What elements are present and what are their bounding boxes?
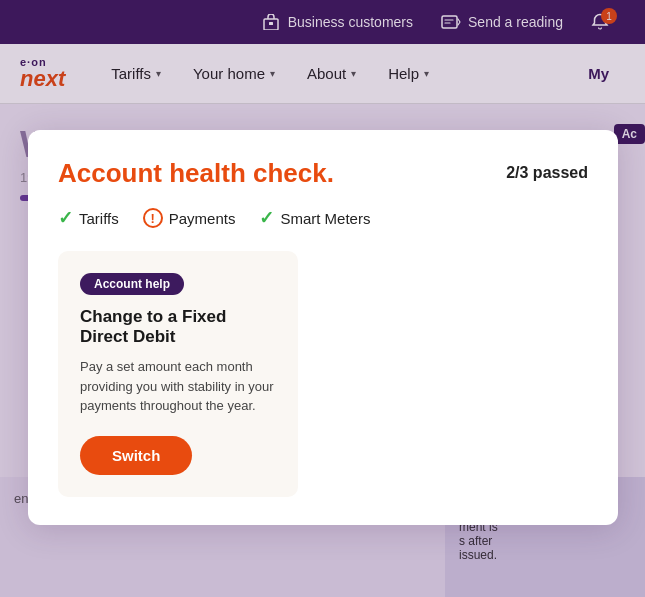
check-payments-icon: ! — [143, 208, 163, 228]
modal-checks: ✓ Tariffs ! Payments ✓ Smart Meters — [58, 207, 588, 229]
modal-passed: 2/3 passed — [506, 164, 588, 182]
modal-header: Account health check. 2/3 passed — [58, 158, 588, 189]
check-smart-meters-label: Smart Meters — [280, 210, 370, 227]
check-tariffs: ✓ Tariffs — [58, 207, 119, 229]
health-check-modal: Account health check. 2/3 passed ✓ Tarif… — [28, 130, 618, 525]
check-payments: ! Payments — [143, 208, 236, 228]
check-smart-meters: ✓ Smart Meters — [259, 207, 370, 229]
check-smart-meters-icon: ✓ — [259, 207, 274, 229]
card-description: Pay a set amount each month providing yo… — [80, 357, 276, 416]
card-title: Change to a Fixed Direct Debit — [80, 307, 276, 347]
switch-button[interactable]: Switch — [80, 436, 192, 475]
check-payments-label: Payments — [169, 210, 236, 227]
check-tariffs-label: Tariffs — [79, 210, 119, 227]
modal-title: Account health check. — [58, 158, 334, 189]
card-tag: Account help — [80, 273, 184, 295]
check-tariffs-icon: ✓ — [58, 207, 73, 229]
recommendation-card: Account help Change to a Fixed Direct De… — [58, 251, 298, 497]
